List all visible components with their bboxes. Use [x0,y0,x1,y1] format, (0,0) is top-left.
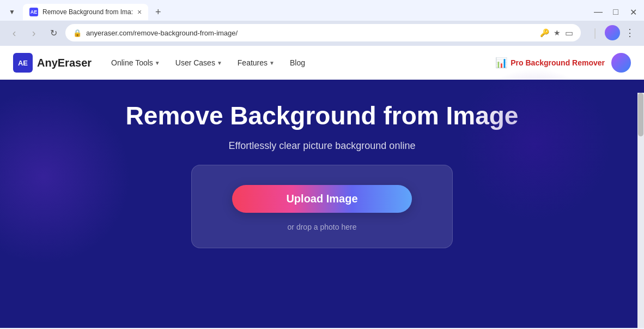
hero-section: Remove Background from Image Effortlessl… [0,80,644,259]
nav-label-online-tools: Online Tools [111,58,153,67]
close-window-button[interactable]: ✕ [627,5,640,19]
chevron-down-icon-3: ▼ [269,60,275,66]
minimize-button[interactable]: — [592,5,605,19]
nav-label-blog: Blog [290,58,305,67]
nav-item-user-cases[interactable]: User Cases ▼ [169,54,229,71]
logo-icon: AE [13,53,33,73]
address-bar[interactable]: 🔒 anyeraser.com/remove-background-from-i… [65,24,581,41]
scrollbar-thumb[interactable] [638,93,643,136]
tab-close-button[interactable]: × [137,8,142,16]
tab-favicon: AE [29,8,38,16]
maximize-button[interactable]: □ [609,5,622,19]
nav-item-online-tools[interactable]: Online Tools ▼ [105,54,167,71]
browser-toolbar: ‹ › ↻ 🔒 anyeraser.com/remove-background-… [0,21,644,46]
nav-items: Online Tools ▼ User Cases ▼ Features ▼ B… [105,54,495,71]
nav-item-blog[interactable]: Blog [283,54,312,71]
tab-history-button[interactable]: ▼ [4,4,20,20]
tab-bar: ▼ AE Remove Background from Ima: × + [4,4,166,20]
hero-title: Remove Background from Image [126,101,519,130]
nav-label-features: Features [238,58,268,67]
chevron-down-icon-2: ▼ [217,60,222,66]
new-tab-button[interactable]: + [150,4,166,20]
forward-button[interactable]: › [26,25,41,40]
user-avatar[interactable] [611,53,631,73]
chevron-down-icon: ▼ [155,60,160,66]
security-icon: 🔒 [73,29,82,37]
pro-btn-label: Pro Background Remover [511,58,605,67]
address-actions: 🔑 ★ ▭ [540,28,573,38]
active-tab[interactable]: AE Remove Background from Ima: × [23,4,148,20]
url-text: anyeraser.com/remove-background-from-ima… [86,29,536,37]
pro-icon: 📊 [495,57,507,69]
tab-title: Remove Background from Ima: [42,8,133,16]
nav-right: 📊 Pro Background Remover [495,53,631,73]
back-button[interactable]: ‹ [7,25,22,40]
browser-toolbar-right: | ⋮ [587,25,637,40]
upload-card: Upload Image or drop a photo here [191,165,453,248]
site-logo[interactable]: AE AnyEraser [13,53,92,73]
nav-item-features[interactable]: Features ▼ [231,54,281,71]
site-navigation: AE AnyEraser Online Tools ▼ User Cases ▼… [0,46,644,80]
logo-name: AnyEraser [37,57,92,69]
scrollbar-track [637,93,644,328]
refresh-button[interactable]: ↻ [46,25,61,40]
hero-subtitle: Effortlessly clear picture background on… [229,140,416,152]
star-icon[interactable]: ★ [554,28,561,37]
menu-button[interactable]: ⋮ [622,25,637,40]
separator-icon: | [587,25,603,40]
three-dots-icon: ⋮ [625,27,635,39]
nav-label-user-cases: User Cases [175,58,215,67]
key-icon[interactable]: 🔑 [540,28,549,37]
upload-image-button[interactable]: Upload Image [232,185,412,213]
extensions-icon[interactable]: ▭ [565,28,573,38]
pro-background-remover-button[interactable]: 📊 Pro Background Remover [495,57,605,69]
profile-avatar[interactable] [605,25,620,40]
title-bar: ▼ AE Remove Background from Ima: × + — □… [0,0,644,21]
window-controls: — □ ✕ [592,5,640,19]
browser-window: ▼ AE Remove Background from Ima: × + — □… [0,0,644,328]
website-content: AE AnyEraser Online Tools ▼ User Cases ▼… [0,46,644,328]
drop-photo-text: or drop a photo here [288,223,357,231]
